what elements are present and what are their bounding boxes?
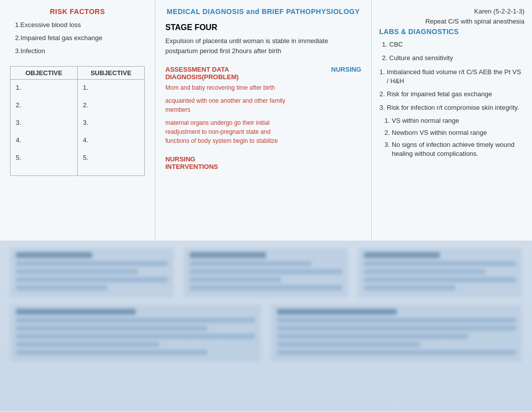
blurred-line-6 <box>190 269 342 274</box>
blurred-block-2 <box>184 248 348 297</box>
nursing-header-section: NURSING <box>301 66 361 145</box>
assessment-section: ASSESSMENT DATA DIAGNOSIS(PROBLEM) Mom a… <box>165 66 294 145</box>
blurred-line-22 <box>277 350 516 355</box>
mom-baby-text: Mom and baby recovering time after birth <box>165 83 294 92</box>
blurred-line-11 <box>364 277 516 282</box>
subjective-list <box>83 84 139 161</box>
obj-item-5 <box>23 154 72 161</box>
obj-item-4 <box>23 136 72 144</box>
goals-list: VS within normal range Newborn VS within… <box>379 116 524 159</box>
risk-item-3: 3.Infection <box>15 47 145 56</box>
obj-item-3 <box>23 119 72 126</box>
blurred-line-5 <box>190 261 312 266</box>
blurred-title-5 <box>277 309 397 315</box>
subj-item-3 <box>90 119 139 126</box>
patient-diagnosis: Repeat C/S with spinal anesthesia <box>379 18 524 25</box>
blurred-line-21 <box>277 342 420 347</box>
blurred-line-7 <box>190 277 281 282</box>
blurred-line-17 <box>16 350 207 355</box>
objective-list <box>16 84 72 161</box>
nursing-header: NURSING <box>301 66 361 73</box>
blurred-line-14 <box>16 326 207 331</box>
lab-item-2: Culture and sensitivity <box>389 54 524 62</box>
center-right-wrapper: MEDICAL DIAGNOSIS and BRIEF PATHOPHYSIOL… <box>155 0 532 241</box>
assessment-item-1: acquainted with one another and other fa… <box>165 96 294 114</box>
subj-item-2 <box>90 101 139 109</box>
nursing-diag-2: Risk for impaired fetal gas exchange <box>387 90 524 99</box>
nursing-interventions-title: NURSING INTERVENTIONS <box>165 155 361 170</box>
medical-diagnosis-title: MEDICAL DIAGNOSIS and BRIEF PATHOPHYSIOL… <box>165 8 361 16</box>
blurred-line-18 <box>277 318 516 323</box>
bottom-section <box>0 241 532 411</box>
nursing-diagnoses-list: Imbalanced fluid volume r/t C/S AEB the … <box>379 68 524 112</box>
nursing-diagnoses-section: Imbalanced fluid volume r/t C/S AEB the … <box>379 68 524 112</box>
blurred-title-1 <box>16 252 92 258</box>
blurred-line-3 <box>16 277 168 282</box>
assessment-item-2: maternal organs undergo go their initial… <box>165 118 294 145</box>
stage-description: Expulsion of placenta until woman is sta… <box>165 36 361 56</box>
risk-item-1: 1.Excessive blood loss <box>15 21 145 30</box>
subj-item-1 <box>90 84 139 91</box>
risk-factors-title: RISK FACTORS <box>10 8 145 16</box>
page-container: RISK FACTORS 1.Excessive blood loss 2.Im… <box>0 0 532 412</box>
blurred-block-4 <box>10 305 261 362</box>
blurred-line-13 <box>16 318 255 323</box>
table-body <box>11 80 144 175</box>
subj-item-4 <box>90 136 139 144</box>
center-top-row: MEDICAL DIAGNOSIS and BRIEF PATHOPHYSIOL… <box>155 0 532 241</box>
assessment-header: ASSESSMENT DATA DIAGNOSIS(PROBLEM) <box>165 66 294 81</box>
lab-item-1: CBC <box>389 41 524 48</box>
risk-factors-panel: RISK FACTORS 1.Excessive blood loss 2.Im… <box>0 0 155 241</box>
risk-list: 1.Excessive blood loss 2.Impaired fetal … <box>10 21 145 56</box>
objective-items <box>11 80 78 175</box>
nursing-interventions-section: NURSING INTERVENTIONS <box>165 155 361 170</box>
top-content-wrapper: RISK FACTORS 1.Excessive blood loss 2.Im… <box>0 0 532 241</box>
assessment-content: Mom and baby recovering time after birth… <box>165 83 294 145</box>
subjective-header: SUBJECTIVE <box>78 67 144 79</box>
blurred-title-4 <box>16 309 136 315</box>
blurred-row-2 <box>10 305 522 362</box>
patient-name: Karen (5-2-2-1-3) <box>379 8 524 15</box>
nursing-diag-1: Imbalanced fluid volume r/t C/S AEB the … <box>387 68 524 86</box>
blurred-line-12 <box>364 285 455 290</box>
blurred-block-1 <box>10 248 174 297</box>
center-panel: MEDICAL DIAGNOSIS and BRIEF PATHOPHYSIOL… <box>155 0 372 241</box>
stage-label: STAGE FOUR <box>165 23 361 32</box>
blurred-title-3 <box>364 252 440 258</box>
obj-item-1 <box>23 84 72 91</box>
objective-subjective-table: OBJECTIVE SUBJECTIVE <box>10 66 145 176</box>
blurred-content <box>0 241 532 377</box>
blurred-block-3 <box>358 248 522 297</box>
blurred-block-5 <box>271 305 522 362</box>
labs-title: LABS & DIAGNOSTICS <box>379 28 524 36</box>
goal-2: Newborn VS within normal range <box>392 128 524 137</box>
blurred-line-8 <box>190 285 342 290</box>
blurred-title-2 <box>190 252 266 258</box>
subjective-items <box>78 80 144 175</box>
blurred-line-15 <box>16 334 255 339</box>
blurred-row-1 <box>10 248 522 297</box>
table-header-row: OBJECTIVE SUBJECTIVE <box>11 67 144 80</box>
blurred-line-10 <box>364 269 486 274</box>
nursing-diag-3: Risk for infection r/t compromise skin i… <box>387 103 524 112</box>
assessment-nursing-section: ASSESSMENT DATA DIAGNOSIS(PROBLEM) Mom a… <box>165 66 361 145</box>
blurred-line-4 <box>16 285 107 290</box>
blurred-line-16 <box>16 342 159 347</box>
blurred-line-9 <box>364 261 516 266</box>
blurred-line-20 <box>277 334 468 339</box>
goal-1: VS within normal range <box>392 116 524 125</box>
goal-3: No signs of infection achieve timely wou… <box>392 140 524 158</box>
goals-section: VS within normal range Newborn VS within… <box>379 116 524 159</box>
blurred-line-19 <box>277 326 516 331</box>
objective-header: OBJECTIVE <box>11 67 78 79</box>
blurred-line-2 <box>16 269 138 274</box>
subj-item-5 <box>90 154 139 161</box>
risk-item-2: 2.Impaired fetal gas exchange <box>15 34 145 43</box>
right-panel: Karen (5-2-2-1-3) Repeat C/S with spinal… <box>372 0 532 241</box>
labs-list: CBC Culture and sensitivity <box>379 41 524 62</box>
obj-item-2 <box>23 101 72 109</box>
blurred-line-1 <box>16 261 168 266</box>
